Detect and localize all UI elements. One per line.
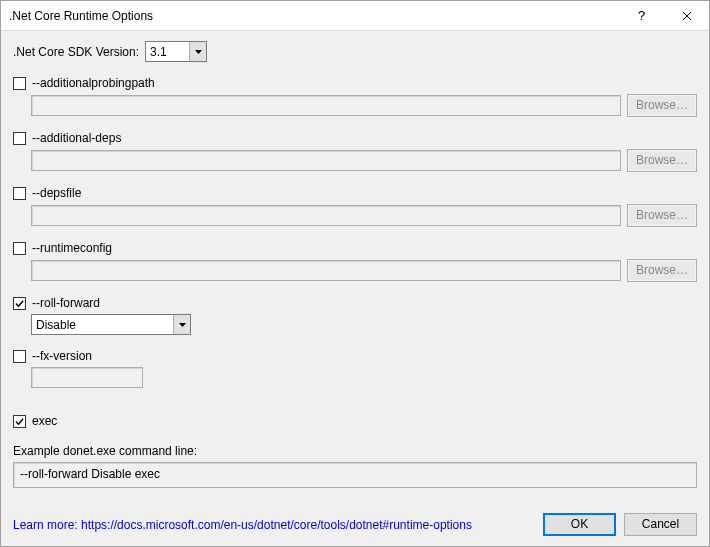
option-runtimeconfig: --runtimeconfig Browse…: [13, 241, 697, 290]
close-icon: [682, 11, 692, 21]
learn-more-url: https://docs.microsoft.com/en-us/dotnet/…: [81, 518, 472, 532]
option-exec: exec: [13, 414, 697, 432]
label-exec: exec: [32, 414, 57, 428]
browse-depsfile[interactable]: Browse…: [627, 204, 697, 227]
option-roll-forward: --roll-forward Disable: [13, 296, 697, 343]
option-fx-version: --fx-version: [13, 349, 697, 396]
checkbox-fx-version[interactable]: [13, 350, 26, 363]
label-fx-version: --fx-version: [32, 349, 92, 363]
browse-additionalprobingpath[interactable]: Browse…: [627, 94, 697, 117]
label-additional-deps: --additional-deps: [32, 131, 121, 145]
help-button[interactable]: ?: [619, 1, 664, 31]
checkbox-roll-forward[interactable]: [13, 297, 26, 310]
ok-button[interactable]: OK: [543, 513, 616, 536]
sdk-version-value: 3.1: [146, 45, 189, 59]
sdk-version-row: .Net Core SDK Version: 3.1: [13, 41, 697, 62]
input-runtimeconfig[interactable]: [31, 260, 621, 281]
help-icon: ?: [638, 8, 645, 23]
roll-forward-value: Disable: [32, 318, 173, 332]
label-roll-forward: --roll-forward: [32, 296, 100, 310]
label-runtimeconfig: --runtimeconfig: [32, 241, 112, 255]
checkbox-exec[interactable]: [13, 415, 26, 428]
learn-more-link[interactable]: Learn more: https://docs.microsoft.com/e…: [13, 518, 535, 532]
browse-runtimeconfig[interactable]: Browse…: [627, 259, 697, 282]
titlebar: .Net Core Runtime Options ?: [1, 1, 709, 31]
roll-forward-dropdown[interactable]: Disable: [31, 314, 191, 335]
dialog-window: .Net Core Runtime Options ? .Net Core SD…: [0, 0, 710, 547]
checkbox-additional-deps[interactable]: [13, 132, 26, 145]
example-label: Example donet.exe command line:: [13, 444, 697, 458]
cancel-button[interactable]: Cancel: [624, 513, 697, 536]
option-depsfile: --depsfile Browse…: [13, 186, 697, 235]
checkbox-depsfile[interactable]: [13, 187, 26, 200]
option-additionalprobingpath: --additionalprobingpath Browse…: [13, 76, 697, 125]
label-depsfile: --depsfile: [32, 186, 81, 200]
sdk-version-dropdown[interactable]: 3.1: [145, 41, 207, 62]
dialog-content: .Net Core SDK Version: 3.1 --additionalp…: [1, 31, 709, 505]
input-fx-version[interactable]: [31, 367, 143, 388]
option-additional-deps: --additional-deps Browse…: [13, 131, 697, 180]
learn-more-prefix: Learn more:: [13, 518, 81, 532]
close-button[interactable]: [664, 1, 709, 31]
chevron-down-icon: [189, 42, 206, 61]
window-title: .Net Core Runtime Options: [9, 9, 619, 23]
sdk-version-label: .Net Core SDK Version:: [13, 45, 139, 59]
checkbox-runtimeconfig[interactable]: [13, 242, 26, 255]
checkbox-additionalprobingpath[interactable]: [13, 77, 26, 90]
input-additional-deps[interactable]: [31, 150, 621, 171]
dialog-footer: Learn more: https://docs.microsoft.com/e…: [1, 505, 709, 546]
browse-additional-deps[interactable]: Browse…: [627, 149, 697, 172]
chevron-down-icon: [173, 315, 190, 334]
input-additionalprobingpath[interactable]: [31, 95, 621, 116]
input-depsfile[interactable]: [31, 205, 621, 226]
example-command-line: --roll-forward Disable exec: [13, 462, 697, 488]
label-additionalprobingpath: --additionalprobingpath: [32, 76, 155, 90]
